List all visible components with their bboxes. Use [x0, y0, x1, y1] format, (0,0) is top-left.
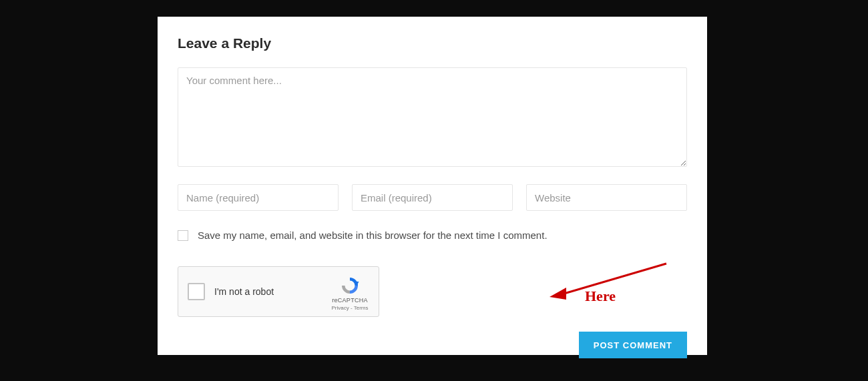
- post-comment-button[interactable]: POST COMMENT: [579, 332, 687, 358]
- recaptcha-label: I'm not a robot: [214, 286, 329, 297]
- identity-fields-row: [178, 184, 687, 211]
- recaptcha-brand-text: reCAPTCHA: [329, 297, 371, 304]
- recaptcha-checkbox[interactable]: [188, 283, 205, 300]
- annotation-text: Here: [585, 288, 616, 305]
- form-heading: Leave a Reply: [178, 35, 687, 51]
- comment-form-card: Leave a Reply Save my name, email, and w…: [158, 17, 707, 355]
- recaptcha-branding: reCAPTCHA Privacy - Terms: [329, 273, 371, 311]
- save-info-label: Save my name, email, and website in this…: [198, 230, 548, 241]
- comment-textarea[interactable]: [178, 67, 687, 167]
- recaptcha-privacy-terms: Privacy - Terms: [329, 305, 371, 311]
- recaptcha-widget: I'm not a robot reCAPTCHA Privacy - Term…: [178, 266, 379, 317]
- annotation-arrow-icon: [546, 258, 680, 312]
- recaptcha-icon: [340, 276, 360, 296]
- save-info-row: Save my name, email, and website in this…: [178, 230, 687, 241]
- email-field[interactable]: [352, 184, 513, 211]
- save-info-checkbox[interactable]: [178, 230, 188, 241]
- name-field[interactable]: [178, 184, 339, 211]
- website-field[interactable]: [526, 184, 687, 211]
- svg-marker-2: [550, 288, 566, 300]
- svg-line-1: [560, 264, 666, 295]
- submit-row: POST COMMENT: [178, 332, 687, 358]
